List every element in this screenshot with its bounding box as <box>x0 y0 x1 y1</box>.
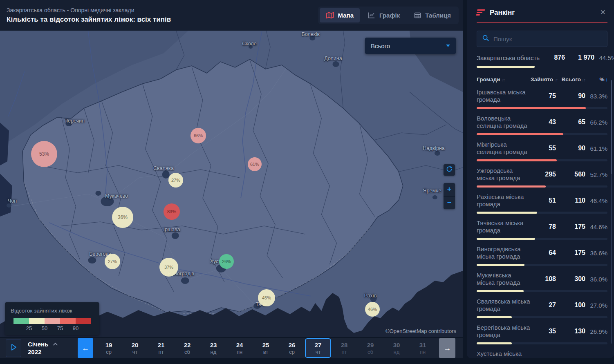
zoom-in-button[interactable]: + <box>444 183 455 196</box>
legend-ticks: 25507590 <box>13 324 91 331</box>
ranking-row[interactable]: Ужгородська міська громада 295 560 52.7% <box>477 161 607 188</box>
map-marker-circle[interactable]: 83% <box>164 203 180 220</box>
community-name: Іршавська міська громада <box>477 89 531 103</box>
ranking-row[interactable]: Тячівська міська громада 78 175 44.6% <box>477 214 607 240</box>
map-marker-circle[interactable]: 27% <box>168 173 183 188</box>
day-number: 31 <box>419 342 426 348</box>
page-title: Кількість та відсоток зайнятих ліжок: вс… <box>7 16 171 24</box>
day-number: 28 <box>341 342 348 348</box>
day-cell[interactable]: 23 нд <box>200 338 226 358</box>
map-place-label: Чоп <box>8 198 17 204</box>
arrow-right-icon: → <box>444 344 451 353</box>
day-number: 24 <box>236 342 243 348</box>
day-weekday: пт <box>342 349 347 355</box>
column-percent[interactable]: %↓ <box>585 76 607 83</box>
ranking-row[interactable]: Іршавська міська громада 75 90 83.3% <box>477 83 607 109</box>
map-marker-circle[interactable]: 45% <box>258 289 275 306</box>
search-input[interactable] <box>493 36 602 42</box>
close-icon[interactable]: ✕ <box>598 7 607 18</box>
day-cell[interactable]: 26 ср <box>279 338 305 358</box>
community-total: 560 <box>556 171 585 178</box>
caret-down-icon <box>446 45 450 47</box>
column-total[interactable]: Всього↓↑ <box>556 76 585 83</box>
oblast-percent: 44.5% <box>594 54 614 61</box>
titles: Закарпатська область - Опорні медичні за… <box>7 7 171 24</box>
legend-color-segment <box>76 318 91 324</box>
ranking-row[interactable]: Воловецька селищна громада 43 65 66.2% <box>477 109 607 135</box>
day-cell[interactable]: 20 чт <box>122 338 148 358</box>
day-cell[interactable]: 28 пт <box>331 338 357 358</box>
community-percent: 44.6% <box>585 223 607 230</box>
map-place-label: Свалява <box>153 165 174 171</box>
table-icon <box>414 11 421 19</box>
day-cell[interactable]: 31 пн <box>410 338 436 358</box>
day-cell[interactable]: 30 нд <box>383 338 410 358</box>
play-icon <box>9 343 18 353</box>
map-marker-circle[interactable]: 36% <box>112 207 133 228</box>
main-column: Закарпатська область - Опорні медичні за… <box>0 0 463 364</box>
day-cell[interactable]: 29 сб <box>357 338 383 358</box>
map-marker-circle[interactable]: 66% <box>190 128 206 143</box>
map-place-label: Іршава <box>164 227 180 232</box>
sidebar-header: Ранкінг ✕ <box>477 0 607 18</box>
day-number: 27 <box>315 342 322 348</box>
map-marker-circle[interactable]: 37% <box>159 258 178 277</box>
map-marker-circle[interactable]: 27% <box>105 254 120 269</box>
day-cell[interactable]: 21 пт <box>148 338 174 358</box>
day-cell[interactable]: 27 чт <box>305 338 331 358</box>
sidebar-scrollbar[interactable] <box>611 80 612 344</box>
month-label: Січень <box>28 340 48 348</box>
chart-icon <box>368 11 376 19</box>
tab-map[interactable]: Мапа <box>320 8 360 22</box>
day-cell[interactable]: 25 вт <box>253 338 279 358</box>
refresh-icon <box>446 165 453 174</box>
ranking-row[interactable]: Свалявська міська громада 27 100 27.0% <box>477 292 607 318</box>
tab-table[interactable]: Таблиця <box>408 8 457 22</box>
next-day-button[interactable]: → <box>439 338 455 358</box>
play-button[interactable] <box>6 339 21 357</box>
day-weekday: пт <box>159 349 164 355</box>
ranking-row[interactable]: Мукачівська міська громада 108 300 36.0% <box>477 266 607 292</box>
ranking-row[interactable]: Рахівська міська громада 51 110 46.4% <box>477 188 607 214</box>
community-occupied: 35 <box>531 328 556 335</box>
ranking-row[interactable]: Хустська міська <box>477 344 607 358</box>
community-percent: 26.9% <box>585 328 607 335</box>
map-marker-circle[interactable]: 46% <box>365 302 380 317</box>
oblast-occupied: 876 <box>540 54 565 61</box>
ranking-row[interactable]: Берегівська міська громада 35 130 26.9% <box>477 318 607 344</box>
column-occupied[interactable]: Зайнято↓↑ <box>531 76 556 83</box>
month-selector[interactable]: Січень 2022 <box>28 340 74 356</box>
map-canvas[interactable]: БолехівСколеДолинаПеречинНадвірнаСвалява… <box>0 31 463 337</box>
map-refresh-button[interactable] <box>444 164 455 176</box>
day-cell[interactable]: 22 сб <box>174 338 200 358</box>
community-total: 300 <box>556 275 585 283</box>
day-cell[interactable]: 24 пн <box>226 338 253 358</box>
community-occupied: 55 <box>531 145 556 152</box>
prev-day-button[interactable]: ← <box>78 338 93 358</box>
community-total: 110 <box>556 197 585 204</box>
column-communities[interactable]: Громади↓↑ <box>477 76 531 83</box>
ranking-row[interactable]: Виноградівська міська громада 64 175 36.… <box>477 240 607 266</box>
day-number: 30 <box>393 342 400 348</box>
oblast-bar-track <box>477 66 607 68</box>
day-weekday: пн <box>420 349 426 355</box>
oblast-name: Закарпатська область <box>477 54 540 61</box>
facility-filter-dropdown[interactable]: Всього <box>365 38 456 54</box>
oblast-summary[interactable]: Закарпатська область 876 1 970 44.5% <box>477 54 607 68</box>
map-marker-circle[interactable]: 53% <box>31 141 57 167</box>
zoom-out-button[interactable]: − <box>444 197 455 210</box>
map-marker-circle[interactable]: 26% <box>219 254 234 269</box>
map-marker-circle[interactable]: 61% <box>248 157 262 171</box>
tab-chart[interactable]: Графік <box>361 8 406 22</box>
day-number: 29 <box>367 342 374 348</box>
community-occupied: 75 <box>531 92 556 100</box>
day-weekday: нд <box>211 349 217 355</box>
tab-chart-label: Графік <box>379 12 400 19</box>
sort-icon: ↓↑ <box>582 77 585 82</box>
ranking-row[interactable]: Міжгірська селищна громада 55 90 61.1% <box>477 135 607 161</box>
community-total: 130 <box>556 328 585 335</box>
community-total: 175 <box>556 223 585 230</box>
day-cell[interactable]: 19 ср <box>96 338 122 358</box>
day-number: 21 <box>158 342 165 348</box>
community-name: Мукачівська міська громада <box>477 272 531 286</box>
